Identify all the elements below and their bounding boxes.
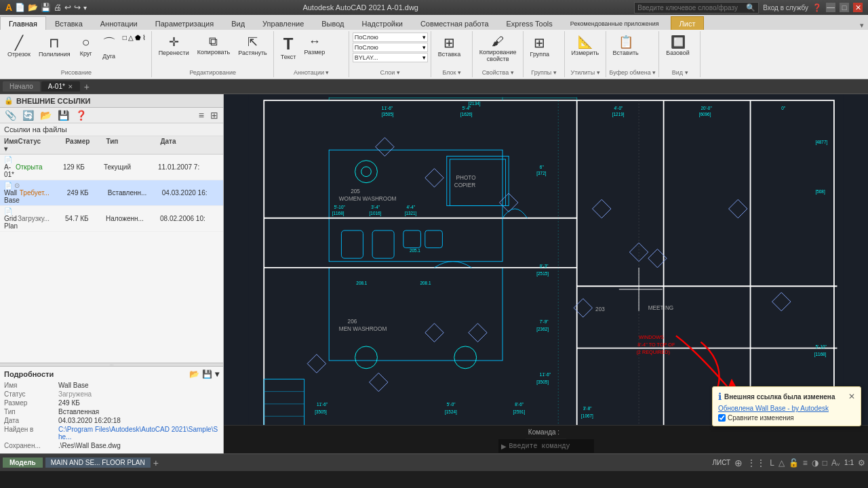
xref-help-icon[interactable]: ❓ <box>73 109 89 121</box>
status-select-toggle[interactable]: □ <box>823 458 827 468</box>
status-grid-toggle[interactable]: ⋮⋮ <box>747 458 766 468</box>
tab-sheet[interactable]: Лист <box>671 16 705 30</box>
tab-insert[interactable]: Вставка <box>46 16 92 30</box>
qat-redo[interactable]: ↪ <box>74 3 81 12</box>
notif-link[interactable]: Обновлена Wall Base - by Autodesk <box>718 405 855 412</box>
xref-file-list: 📄 A-01* Открыта 129 КБ Текущий 11.01.200… <box>0 155 223 363</box>
cmd-prompt-icon: ▶ <box>501 443 507 450</box>
notif-compare-checkbox[interactable] <box>718 414 726 422</box>
btn-copy[interactable]: ⧉ Копировать <box>194 33 233 58</box>
tab-output[interactable]: Вывод <box>313 16 353 30</box>
btn-matchprop[interactable]: 🖌 Копирование свойств <box>476 33 520 64</box>
btn-circle[interactable]: ○ Круг <box>75 33 97 59</box>
ribbon-expand-icon[interactable]: ▾ <box>856 21 868 30</box>
status-annotation-toggle[interactable]: Aᵥ <box>831 458 840 468</box>
xref-row-wallbase[interactable]: 📄 ⊙ Wall Base Требует... 249 КБ Вставлен… <box>0 180 223 206</box>
details-more-icon[interactable]: ▾ <box>215 369 219 379</box>
svg-text:11'-6": 11'-6" <box>540 372 551 377</box>
tab-a01[interactable]: A-01* ✕ <box>41 81 80 92</box>
col-type[interactable]: Тип <box>106 138 160 152</box>
xref-open-icon[interactable]: 📂 <box>38 109 54 121</box>
xref-row-gridplan[interactable]: 📄 Grid Plan Загрузку... 54.7 КБ Наложенн… <box>0 206 223 232</box>
model-tab-button[interactable]: Модель <box>3 458 43 468</box>
user-login[interactable]: Вход в службу <box>763 4 808 12</box>
svg-text:4'-0": 4'-0" <box>614 106 623 110</box>
xref-save-icon[interactable]: 💾 <box>56 109 71 121</box>
qat-new[interactable]: 📄 <box>15 3 25 12</box>
xref-list-toggle[interactable]: ⊞ <box>208 109 220 121</box>
btn-stretch[interactable]: ⇱ Растянуть <box>235 33 271 58</box>
btn-baseview[interactable]: 🔲 Базовой <box>663 33 693 58</box>
col-size[interactable]: Размер <box>65 138 106 152</box>
notif-close-button[interactable]: ✕ <box>848 392 855 401</box>
tab-manage[interactable]: Управление <box>254 16 313 30</box>
status-snap-toggle[interactable]: ⊕ <box>734 458 743 468</box>
status-workspace[interactable]: ⚙ <box>858 458 865 468</box>
svg-text:[508]: [508] <box>815 189 825 195</box>
maximize-button[interactable]: □ <box>840 3 849 12</box>
xref-view-toggle[interactable]: ≡ <box>197 109 206 121</box>
btn-arc[interactable]: ⌒ Дуга <box>98 33 120 62</box>
status-lock-toggle[interactable]: 🔓 <box>789 458 799 468</box>
qat-undo[interactable]: ↩ <box>64 3 71 12</box>
btn-measure[interactable]: 📐 Измерить <box>568 33 603 58</box>
svg-text:[1067]: [1067] <box>581 413 593 419</box>
svg-text:[1168]: [1168] <box>814 352 827 357</box>
svg-text:6": 6" <box>540 165 544 169</box>
file-icon-wb: 📄 <box>4 182 12 189</box>
tab-start[interactable]: Начало <box>3 81 40 92</box>
help-icon[interactable]: ❓ <box>812 3 822 12</box>
col-status[interactable]: Статус <box>18 138 65 152</box>
svg-text:8'-4" TO TOP OF: 8'-4" TO TOP OF <box>637 342 675 348</box>
svg-text:MEN WASHROOM: MEN WASHROOM <box>339 326 387 332</box>
command-input[interactable] <box>509 443 591 450</box>
tab-express[interactable]: Express Tools <box>498 16 561 30</box>
add-layout-button[interactable]: + <box>153 458 159 468</box>
status-polar-toggle[interactable]: △ <box>778 458 785 468</box>
xref-attach-icon[interactable]: 📎 <box>3 109 18 121</box>
xref-toolbar: 📎 🔄 📂 💾 ❓ ≡ ⊞ <box>0 108 223 123</box>
search-input[interactable] <box>637 4 746 12</box>
notif-check-label: Сравните изменения <box>728 414 794 422</box>
btn-paste[interactable]: 📋 Вставить <box>610 33 642 58</box>
btn-group[interactable]: ⊞ Группа <box>527 33 553 60</box>
minimize-button[interactable]: — <box>826 3 835 12</box>
status-lineweight-toggle[interactable]: ≡ <box>803 458 808 468</box>
tab-featured[interactable]: Рекомендованные приложения <box>561 16 668 30</box>
status-transparency-toggle[interactable]: ◑ <box>812 458 818 468</box>
status-ortho-toggle[interactable]: L <box>770 458 774 468</box>
btn-polyline[interactable]: ⊓ Полилиния <box>35 33 74 60</box>
xref-refresh-icon[interactable]: 🔄 <box>20 109 36 121</box>
btn-line[interactable]: ╱ Отрезок <box>4 33 34 60</box>
col-name[interactable]: Имя ▾ <box>4 138 18 152</box>
linetype-dropdown[interactable]: ПоСлою <box>355 44 420 51</box>
lineweight-dropdown[interactable]: BYLAY... <box>355 54 420 61</box>
details-open-icon[interactable]: 📂 <box>189 369 199 379</box>
btn-move[interactable]: ✛ Перенести <box>155 33 193 58</box>
floor-plan-tab-button[interactable]: MAIN AND SE... FLOOR PLAN <box>45 458 151 468</box>
add-tab-button[interactable]: + <box>84 81 90 92</box>
btn-draw-more[interactable]: □△ ⬟⌇ <box>121 33 149 43</box>
tab-home[interactable]: Главная <box>0 16 46 30</box>
qat-open[interactable]: 📂 <box>28 3 38 12</box>
svg-text:[372]: [372] <box>536 171 546 176</box>
btn-text[interactable]: T Текст <box>277 33 300 62</box>
btn-dimstyle[interactable]: ↔ Размер <box>300 33 328 58</box>
details-save-icon[interactable]: 💾 <box>202 369 212 379</box>
qat-print[interactable]: 🖨 <box>54 3 62 12</box>
tab-addins[interactable]: Надстройки <box>353 16 412 30</box>
tab-collaborate[interactable]: Совместная работа <box>412 16 498 30</box>
xref-row-a01[interactable]: 📄 A-01* Открыта 129 КБ Текущий 11.01.200… <box>0 155 223 180</box>
btn-insert-block[interactable]: ⊞ Вставка <box>435 33 464 60</box>
tab-close-icon[interactable]: ✕ <box>68 83 73 90</box>
drawing-area[interactable]: PHOTO COPIER 205 WOMEN WASHROOM 206 MEN … <box>224 94 868 453</box>
ribbon-group-utilities: 📐 Измерить Утилиты ▾ <box>566 31 606 77</box>
search-icon[interactable]: 🔍 <box>746 3 755 12</box>
close-button[interactable]: ✕ <box>853 3 863 12</box>
tab-parametric[interactable]: Параметризация <box>146 16 222 30</box>
tab-annotate[interactable]: Аннотации <box>92 16 146 30</box>
layer-dropdown[interactable]: ПоСлою <box>355 34 420 41</box>
qat-save[interactable]: 💾 <box>41 3 51 12</box>
tab-view[interactable]: Вид <box>222 16 254 30</box>
col-date[interactable]: Дата <box>160 138 221 152</box>
